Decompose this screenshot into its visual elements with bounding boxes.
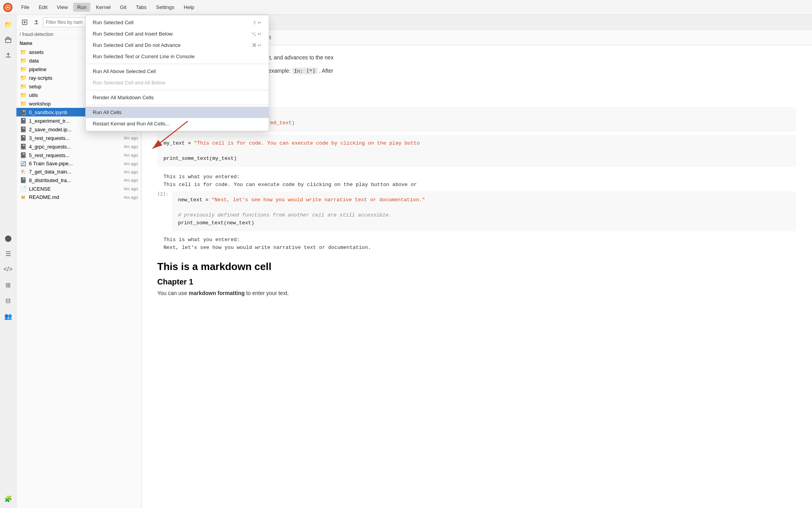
notebook-icon: 📓 [20,126,27,132]
folder-icon: 📁 [20,57,27,64]
svg-rect-1 [5,38,11,43]
menu-shortcut: ⌥ ↵ [251,31,262,37]
menu-shortcut: ⇧ ↵ [253,20,262,25]
code-block-2: my_text = "This cell is for code. You ca… [157,135,796,167]
grid-icon[interactable]: ⊞ [2,279,14,291]
files-icon[interactable]: 📁 [2,18,14,30]
list-icon[interactable]: ☰ [2,247,14,260]
folder-icon: 📁 [20,75,27,81]
menu-run-selected-cell[interactable]: Run Selected Cell ⇧ ↵ [86,17,269,28]
menu-run-selected-all-below[interactable]: Run Selected Cell and All Below [86,77,269,88]
menu-item-label: Run Selected Cell and Insert Below [93,31,173,37]
menu-git[interactable]: Git [116,3,131,12]
upload-icon[interactable] [2,49,14,62]
menu-item-label: Run Selected Cell [93,20,133,25]
file-time: 4m ago [124,178,138,182]
file-item-rest-requests5[interactable]: 📓 5_rest_requests... 4m ago [16,151,141,159]
icon-bar: 📁 ⬤ ☰ </> ⊞ ⊟ 👥 🧩 [0,15,16,508]
file-time: 4m ago [124,161,138,166]
menu-help[interactable]: Help [180,3,198,12]
file-item-grpc[interactable]: 📓 4_grpc_requests... 4m ago [16,142,141,151]
menu-sep-3 [86,105,269,105]
menu-run-selected-text-console[interactable]: Run Selected Text or Current Line in Con… [86,51,269,62]
file-item-license[interactable]: 📄 LICENSE 4m ago [16,184,141,193]
code-block-3: new_text = "Next, let's see how you woul… [172,191,796,231]
menu-item-label: Render All Markdown Cells [93,95,154,100]
folder-icon: 📁 [20,49,27,55]
menu-run-all-above[interactable]: Run All Above Selected Cell [86,66,269,77]
notebook-icon: 📓 [20,135,27,141]
folder-icon: 📁 [20,100,27,107]
file-item-rest-requests3[interactable]: 📓 3_rest_requests... 4m ago [16,134,141,142]
menu-restart-run-all[interactable]: Restart Kernel and Run All Cells... [86,118,269,129]
file-item-readme[interactable]: M README.md 4m ago [16,193,141,201]
folder-icon: 📁 [20,83,27,89]
menu-render-all-markdown[interactable]: Render All Markdown Cells [86,92,269,103]
folder-icon: 📁 [20,92,27,98]
readme-icon: M [20,195,27,200]
file-name: 7_get_data_train... [29,169,121,175]
menubar: File Edit View Run Kernel Git Tabs Setti… [0,0,812,15]
menu-item-label: Run Selected Text or Current Line in Con… [93,54,195,59]
file-name: 3_rest_requests... [29,135,121,141]
file-time: 4m ago [124,144,138,149]
menu-run[interactable]: Run [73,3,90,12]
file-icon: 📄 [20,186,27,192]
menu-run-selected-insert[interactable]: Run Selected Cell and Insert Below ⌥ ↵ [86,28,269,39]
sync-icon: 🔄 [20,161,27,166]
file-item-train-save[interactable]: 🔄 6 Train Save.pipe... 4m ago [16,159,141,168]
file-time: 4m ago [124,195,138,200]
menu-item-label: Run Selected Cell and All Below [93,80,165,86]
cell-number: [2]: [157,191,169,197]
file-item-distributed[interactable]: 📓 8_distributed_tra... 4m ago [16,176,141,184]
menu-item-label: Run All Above Selected Cell [93,68,156,74]
markdown-heading-3: Chapter 1 [157,277,796,286]
run-dropdown-menu: Run Selected Cell ⇧ ↵ Run Selected Cell … [85,15,269,131]
notebook-icon: 📓 [20,177,27,183]
menu-view[interactable]: View [53,3,72,12]
menu-run-selected-no-advance[interactable]: Run Selected Cell and Do not Advance ⌘ ↵ [86,39,269,51]
notebook-icon: 📓 [20,109,27,115]
notebook-icon: 📓 [20,152,27,158]
menu-item-label: Run Selected Cell and Do not Advance [93,42,181,48]
cell-row-2: [2]: new_text = "Next, let's see how you… [157,191,796,231]
bold-text: markdown formatting [189,290,244,296]
file-name: 6 Train Save.pipe... [29,161,121,166]
code-icon[interactable]: </> [2,263,14,275]
menu-sep-2 [86,90,269,90]
menu-kernel[interactable]: Kernel [92,3,115,12]
file-name: 5_rest_requests... [29,152,121,158]
menu-item-label: Restart Kernel and Run All Cells... [93,121,170,127]
notebook-yellow-icon: Y: [20,169,27,175]
file-name: README.md [29,194,121,200]
file-name: 4_grpc_requests... [29,144,121,150]
notebook-icon: 📓 [20,118,27,124]
file-name: LICENSE [29,186,121,192]
table-icon[interactable]: ⊟ [2,294,14,307]
menu-item-label: Run All Cells [93,109,122,115]
new-file-btn[interactable] [20,17,30,27]
file-time: 4m ago [124,136,138,140]
file-time: 4m ago [124,170,138,174]
circle-icon[interactable]: ⬤ [2,232,14,244]
users-icon[interactable]: 👥 [2,310,14,322]
file-item-get-data[interactable]: Y: 7_get_data_train... 4m ago [16,168,141,176]
menu-tabs[interactable]: Tabs [132,3,150,12]
markdown-paragraph: You can use markdown formatting to enter… [157,289,796,297]
new-folder-icon[interactable] [2,34,14,46]
menu-file[interactable]: File [17,3,33,12]
menu-run-all-cells[interactable]: Run All Cells [86,107,269,118]
markdown-heading-2: This is a markdown cell [157,261,796,273]
menu-shortcut: ⌘ ↵ [252,43,262,48]
notebook-icon: 📓 [20,143,27,150]
app-logo [3,3,13,12]
menu-settings[interactable]: Settings [152,3,178,12]
file-time: 4m ago [124,153,138,157]
code-output-2: This is what you entered: Next, let's se… [157,233,796,254]
menu-sep-1 [86,64,269,64]
file-time: 4m ago [124,186,138,191]
inline-code-asterisk: In: [*] [292,68,318,74]
upload-file-btn[interactable] [31,17,41,27]
menu-edit[interactable]: Edit [35,3,51,12]
puzzle-icon[interactable]: 🧩 [2,492,14,505]
